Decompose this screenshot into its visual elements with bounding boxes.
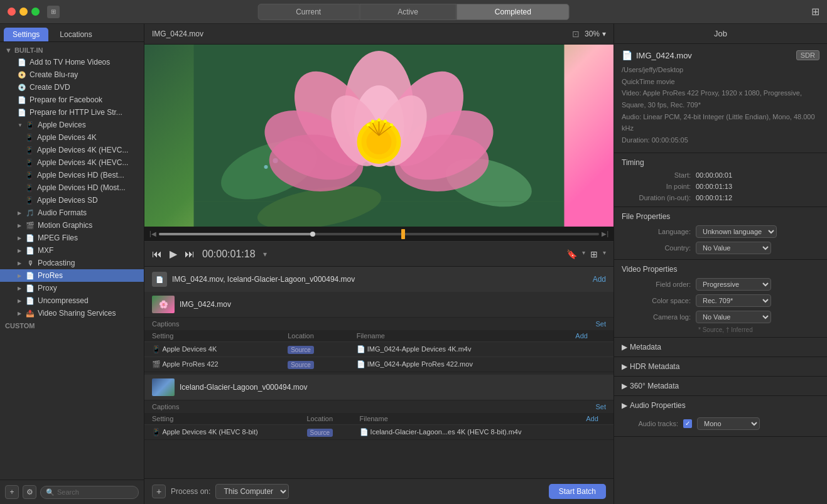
file-icon: 📄 — [18, 58, 26, 67]
sidebar-tab-locations[interactable]: Locations — [51, 28, 100, 41]
expand-arrow: ▶ — [18, 260, 23, 266]
language-select[interactable]: Unknown language — [696, 225, 777, 238]
section-arrow: ▼ — [5, 46, 12, 54]
scrubber-track[interactable] — [159, 233, 600, 235]
start-label: Start: — [622, 171, 691, 179]
duration-info: Duration: 00:00:05:05 — [622, 134, 819, 146]
fullscreen-button[interactable] — [31, 8, 40, 16]
camera-log-select[interactable]: No Value — [696, 311, 771, 323]
scrubber-thumb[interactable] — [310, 232, 315, 237]
sidebar-item-proxy[interactable]: ▶ 📄 Proxy — [0, 282, 144, 294]
setting-cell: 🎬 Apple ProRes 422 — [144, 357, 280, 372]
sidebar-item-apple-devices-sd[interactable]: 📱 Apple Devices SD — [0, 194, 144, 206]
captions-section-2: Captions Set Setting Location Filename A… — [144, 400, 613, 440]
settings-button[interactable]: ⚙ — [23, 485, 36, 499]
sidebar-item-add-tv[interactable]: 📄 Add to TV Home Videos — [0, 56, 144, 68]
sidebar-item-podcasting[interactable]: ▶ 🎙 Podcasting — [0, 257, 144, 269]
sidebar-item-apple-devices-hd-most[interactable]: 📱 Apple Devices HD (Most... — [0, 181, 144, 194]
close-button[interactable] — [8, 8, 16, 16]
in-point-marker — [401, 229, 405, 239]
bookmark-arrow[interactable]: ▾ — [582, 249, 585, 259]
sidebar-item-apple-devices[interactable]: ▼ 📱 Apple Devices — [0, 119, 144, 131]
share-icon: 📤 — [26, 309, 35, 318]
sidebar-item-prores[interactable]: ▶ 📄 ProRes — [0, 269, 144, 282]
duration-label: Duration (in-out): — [622, 194, 691, 201]
audio-properties-section: ▶ Audio Properties Audio tracks: ✓ Mono — [614, 396, 827, 437]
add-button[interactable]: + — [5, 485, 19, 499]
filename-cell-2: 📄 Iceland-Glacier-Lagoon...es 4K (HEVC 8… — [352, 425, 579, 440]
audio-tracks-checkbox[interactable]: ✓ — [683, 419, 692, 428]
metadata-header[interactable]: ▶ Metadata — [614, 338, 827, 357]
sidebar-item-apple-devices-4k[interactable]: 📱 Apple Devices 4K — [0, 131, 144, 144]
sidebar-item-prepare-facebook[interactable]: 📄 Prepare for Facebook — [0, 94, 144, 106]
output-row-2: Iceland-Glacier-Lagoon_v000494.mov — [144, 375, 613, 400]
file-info-section: 📄 IMG_0424.mov SDR /Users/jeffy/Desktop … — [614, 44, 827, 153]
minimize-button[interactable] — [19, 8, 28, 16]
sidebar-item-apple-devices-hd-best[interactable]: 📱 Apple Devices HD (Best... — [0, 169, 144, 181]
layout-icon[interactable]: ⊞ — [590, 249, 598, 259]
sidebar-tab-settings[interactable]: Settings — [4, 28, 48, 41]
captions-set-button-2[interactable]: Set — [595, 403, 606, 410]
video-icon: 🎬 — [152, 360, 161, 368]
search-field[interactable]: 🔍 Search — [40, 486, 139, 499]
computer-select[interactable]: This Computer — [215, 484, 289, 499]
layout-arrow[interactable]: ▾ — [603, 249, 606, 259]
sidebar-item-apple-devices-4k-hevc1[interactable]: 📱 Apple Devices 4K (HEVC... — [0, 144, 144, 156]
tab-active[interactable]: Active — [359, 4, 457, 20]
grid-icon[interactable]: ⊞ — [811, 6, 819, 18]
job-add-button[interactable]: Add — [593, 275, 606, 284]
360-metadata-header[interactable]: ▶ 360° Metadata — [614, 377, 827, 395]
video-thumbnail — [144, 45, 613, 227]
hdr-metadata-header[interactable]: ▶ HDR Metadata — [614, 357, 827, 376]
captions-add-button[interactable]: Add — [568, 330, 613, 342]
sidebar-item-video-sharing[interactable]: ▶ 📤 Video Sharing Services — [0, 307, 144, 319]
audio-properties-header[interactable]: ▶ Audio Properties — [614, 396, 827, 415]
play-button[interactable]: ▶ — [170, 248, 177, 260]
device-icon: 📱 — [152, 345, 161, 353]
sidebar-item-create-dvd[interactable]: 💿 Create DVD — [0, 81, 144, 94]
location-cell: Source — [280, 357, 349, 372]
expand-arrow: ▼ — [18, 122, 23, 128]
sidebar-footer: + ⚙ 🔍 Search — [0, 480, 144, 504]
aspect-ratio-icon[interactable]: ⊡ — [572, 29, 580, 39]
sidebar-item-mpeg-files[interactable]: ▶ 📄 MPEG Files — [0, 232, 144, 244]
sidebar-item-motion-graphics[interactable]: ▶ 🎬 Motion Graphics — [0, 219, 144, 232]
audio-tracks-select[interactable]: Mono — [697, 417, 760, 430]
captions-set-button[interactable]: Set — [595, 320, 606, 328]
job-list: 📄 IMG_0424.mov, Iceland-Glacier-Lagoon_v… — [144, 267, 613, 478]
bookmark-icon[interactable]: 🔖 — [566, 249, 577, 259]
video-content-svg — [144, 45, 613, 227]
camera-log-label: Camera log: — [622, 313, 691, 321]
skip-back-button[interactable]: ⏮ — [152, 249, 162, 260]
tab-completed[interactable]: Completed — [457, 4, 570, 20]
camera-log-row: Camera log: No Value — [614, 309, 827, 325]
sidebar-item-mxf[interactable]: ▶ 📄 MXF — [0, 244, 144, 257]
sidebar-item-uncompressed[interactable]: ▶ 📄 Uncompressed — [0, 294, 144, 307]
sidebar-item-apple-devices-4k-hevc2[interactable]: 📱 Apple Devices 4K (HEVC... — [0, 156, 144, 169]
phone-icon: 📱 — [25, 196, 34, 205]
country-row: Country: No Value — [614, 240, 827, 259]
filename-cell: 📄 IMG_0424-Apple Devices 4K.m4v — [349, 342, 568, 357]
video-info: Video: Apple ProRes 422 Proxy, 1920 x 10… — [622, 87, 819, 110]
window-layout-button[interactable]: ⊞ — [47, 6, 60, 18]
scrubber-bar[interactable]: |◀ ▶| — [144, 227, 613, 242]
sidebar-item-create-blu-ray[interactable]: 📀 Create Blu-ray — [0, 68, 144, 81]
time-dropdown-arrow[interactable]: ▾ — [263, 250, 267, 259]
sidebar-item-prepare-http[interactable]: 📄 Prepare for HTTP Live Str... — [0, 106, 144, 119]
captions-add-button-2[interactable]: Add — [578, 413, 613, 425]
skip-forward-button[interactable]: ⏭ — [185, 249, 195, 260]
zoom-control[interactable]: 30% ▾ — [585, 29, 606, 38]
svg-point-27 — [390, 124, 393, 127]
table-row: 🎬 Apple ProRes 422 Source 📄 IMG_0424-App… — [144, 357, 613, 372]
tab-current[interactable]: Current — [257, 4, 359, 20]
field-order-select[interactable]: Progressive — [696, 278, 771, 291]
sidebar-item-audio-formats[interactable]: ▶ 🎵 Audio Formats — [0, 206, 144, 219]
color-space-select[interactable]: Rec. 709* — [696, 294, 771, 307]
col-setting-2: Setting — [144, 413, 300, 425]
start-batch-button[interactable]: Start Batch — [549, 484, 606, 499]
expand-arrow: ▶ — [622, 362, 627, 371]
footer-add-button[interactable]: + — [152, 485, 166, 498]
scrubber-start-icon: |◀ — [149, 230, 156, 237]
country-select[interactable]: No Value — [696, 242, 771, 254]
svg-point-24 — [371, 120, 374, 123]
